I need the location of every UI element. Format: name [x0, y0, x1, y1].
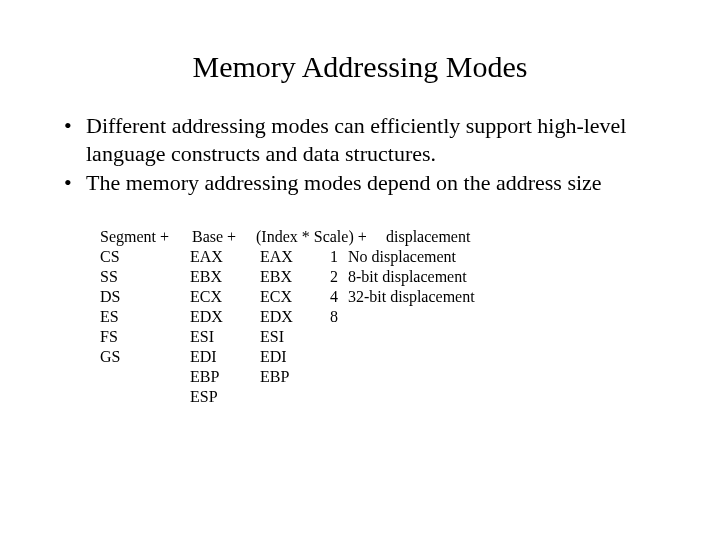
header-index-scale: (Index * Scale) +: [256, 227, 382, 247]
table-row: GSEDIEDI: [100, 347, 660, 367]
cell-index: EDI: [260, 347, 330, 367]
header-segment: Segment +: [100, 227, 188, 247]
bullet-list: Different addressing modes can efficient…: [60, 112, 660, 197]
cell-displacement: 32-bit displacement: [348, 287, 475, 307]
cell-index: EAX: [260, 247, 330, 267]
cell-displacement: No displacement: [348, 247, 456, 267]
cell-base: ECX: [190, 287, 260, 307]
table-row: ESEDXEDX8: [100, 307, 660, 327]
bullet-item: The memory addressing modes depend on th…: [60, 169, 660, 197]
table-row: SSEBXEBX28-bit displacement: [100, 267, 660, 287]
cell-index: EBX: [260, 267, 330, 287]
cell-segment: SS: [100, 267, 190, 287]
cell-scale: 4: [330, 287, 348, 307]
cell-base: EAX: [190, 247, 260, 267]
cell-scale: 2: [330, 267, 348, 287]
cell-base: EBX: [190, 267, 260, 287]
cell-segment: CS: [100, 247, 190, 267]
cell-base: EDI: [190, 347, 260, 367]
cell-base: EDX: [190, 307, 260, 327]
cell-base: ESI: [190, 327, 260, 347]
bullet-item: Different addressing modes can efficient…: [60, 112, 660, 167]
cell-index: ESI: [260, 327, 330, 347]
cell-segment: DS: [100, 287, 190, 307]
cell-index: ECX: [260, 287, 330, 307]
table-row: ESP: [100, 387, 660, 407]
cell-scale: 1: [330, 247, 348, 267]
table-row: DSECXECX432-bit displacement: [100, 287, 660, 307]
table-row: FSESIESI: [100, 327, 660, 347]
slide-title: Memory Addressing Modes: [60, 50, 660, 84]
table-row: EBPEBP: [100, 367, 660, 387]
cell-segment: FS: [100, 327, 190, 347]
cell-segment: ES: [100, 307, 190, 327]
cell-base: ESP: [190, 387, 260, 407]
cell-index: EBP: [260, 367, 330, 387]
cell-base: EBP: [190, 367, 260, 387]
cell-segment: GS: [100, 347, 190, 367]
cell-scale: 8: [330, 307, 348, 327]
cell-displacement: 8-bit displacement: [348, 267, 467, 287]
cell-index: EDX: [260, 307, 330, 327]
header-displacement: displacement: [386, 227, 470, 247]
addressing-table: Segment + Base + (Index * Scale) + displ…: [100, 227, 660, 407]
table-row: CSEAXEAX1No displacement: [100, 247, 660, 267]
header-base: Base +: [192, 227, 252, 247]
table-header-row: Segment + Base + (Index * Scale) + displ…: [100, 227, 660, 247]
